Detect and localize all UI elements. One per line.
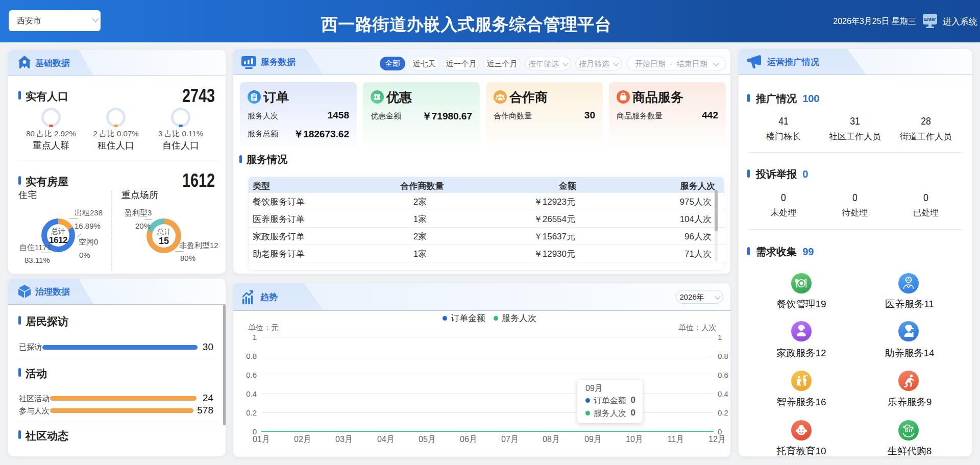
svg-text:Enter: Enter xyxy=(924,17,936,22)
